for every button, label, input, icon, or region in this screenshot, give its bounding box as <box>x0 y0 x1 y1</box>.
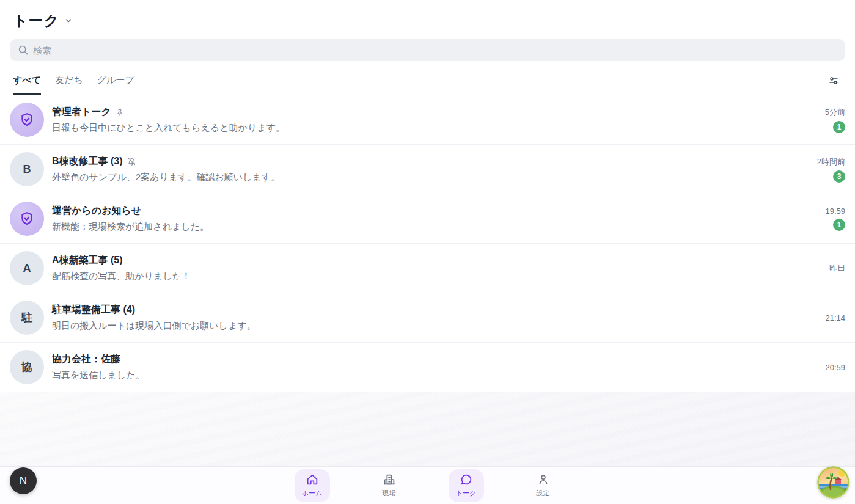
chat-row-main: 管理者トーク 日報も今日中にひとこと入れてもらえると助かります。 <box>52 106 818 134</box>
chat-title: 運営からのお知らせ <box>52 205 141 217</box>
avatar: B <box>10 152 44 186</box>
search-input[interactable] <box>10 39 845 61</box>
n-floating-button[interactable]: N <box>10 467 37 494</box>
pin-icon <box>116 108 124 117</box>
home-icon <box>306 473 319 486</box>
chat-title: 協力会社：佐藤 <box>52 353 120 366</box>
nav-item-talk[interactable]: トーク <box>449 469 484 502</box>
tab-friends[interactable]: 友だち <box>55 71 83 95</box>
avatar-letter: A <box>23 262 31 275</box>
chat-title: 管理者トーク <box>52 106 111 119</box>
chat-title: A棟新築工事 (5) <box>52 254 123 267</box>
chat-last-message: 外壁色のサンプル、2案あります。確認お願いします。 <box>52 172 810 183</box>
chat-filter-tabs: すべて 友だち グループ <box>0 71 855 95</box>
chat-title: 駐車場整備工事 (4) <box>52 304 135 316</box>
nav-item-home[interactable]: ホーム <box>295 469 330 502</box>
chat-time: 昨日 <box>829 263 845 274</box>
chat-row-main: 運営からのお知らせ 新機能：現場検索が追加されました。 <box>52 205 818 233</box>
building-icon <box>383 473 396 486</box>
chat-meta: 20:59 <box>825 363 845 372</box>
unread-badge: 3 <box>833 170 845 183</box>
nav-item-settings[interactable]: 設定 <box>526 469 561 502</box>
page-title: トーク <box>13 11 59 31</box>
chevron-down-icon <box>64 16 73 25</box>
nav-item-sites[interactable]: 現場 <box>372 469 407 502</box>
avatar: 協 <box>10 350 44 384</box>
avatar: 駐 <box>10 301 44 335</box>
chat-time: 2時間前 <box>817 156 845 167</box>
user-icon <box>537 473 550 486</box>
bell-off-icon <box>127 157 136 166</box>
chat-meta: 2時間前 3 <box>817 156 845 183</box>
chat-row-partner-sato[interactable]: 協 協力会社：佐藤 写真を送信しました。 20:59 <box>0 343 855 392</box>
chat-time: 20:59 <box>825 363 845 372</box>
search-bar <box>10 39 845 61</box>
chat-last-message: 新機能：現場検索が追加されました。 <box>52 221 818 233</box>
tab-groups[interactable]: グループ <box>97 71 134 95</box>
nav-label: 設定 <box>537 489 550 498</box>
avatar <box>10 202 44 236</box>
talk-title-dropdown[interactable]: トーク <box>13 11 840 31</box>
unread-badge: 1 <box>833 219 845 231</box>
empty-decorative-area <box>0 392 855 469</box>
chat-row-main: B棟改修工事 (3) 外壁色のサンプル、2案あります。確認お願いします。 <box>52 155 810 183</box>
unread-badge: 1 <box>833 121 845 133</box>
shield-check-icon <box>19 211 35 227</box>
shield-check-icon <box>19 112 35 128</box>
avatar-letter: 協 <box>21 360 32 374</box>
tropical-island-icon <box>817 466 849 499</box>
avatar: A <box>10 251 44 285</box>
nav-label: ホーム <box>302 489 323 498</box>
nav-label: 現場 <box>383 489 396 498</box>
chat-row-main: 協力会社：佐藤 写真を送信しました。 <box>52 353 818 381</box>
bottom-navigation: ホーム 現場 トーク 設定 <box>0 466 855 504</box>
chat-time: 21:14 <box>825 313 845 323</box>
search-icon <box>17 44 29 58</box>
nav-label: トーク <box>456 489 477 498</box>
chat-last-message: 日報も今日中にひとこと入れてもらえると助かります。 <box>52 122 818 134</box>
sliders-filter-button[interactable] <box>827 74 840 87</box>
chat-meta: 19:59 1 <box>825 206 845 231</box>
avatar-letter: B <box>23 163 31 176</box>
sliders-horizontal-icon <box>828 75 839 86</box>
chat-time: 19:59 <box>825 206 845 216</box>
chat-bubble-icon <box>460 473 473 486</box>
chat-row-announcements[interactable]: 運営からのお知らせ 新機能：現場検索が追加されました。 19:59 1 <box>0 194 855 244</box>
avatar-letter: 駐 <box>21 310 32 325</box>
chat-last-message: 写真を送信しました。 <box>52 370 818 381</box>
chat-row-admin[interactable]: 管理者トーク 日報も今日中にひとこと入れてもらえると助かります。 5分前 1 <box>0 95 855 145</box>
chat-row-b-renovation[interactable]: B B棟改修工事 (3) 外壁色のサンプル、2案あります。確認お願いします。 2… <box>0 145 855 194</box>
avatar <box>10 103 44 137</box>
chat-row-parking[interactable]: 駐 駐車場整備工事 (4) 明日の搬入ルートは現場入口側でお願いします。 21:… <box>0 293 855 343</box>
chat-meta: 昨日 <box>829 263 845 274</box>
chat-list: 管理者トーク 日報も今日中にひとこと入れてもらえると助かります。 5分前 1 B… <box>0 95 855 392</box>
chat-last-message: 配筋検査の写真、助かりました！ <box>52 271 822 282</box>
chat-row-a-construction[interactable]: A A棟新築工事 (5) 配筋検査の写真、助かりました！ 昨日 <box>0 244 855 293</box>
chat-row-main: A棟新築工事 (5) 配筋検査の写真、助かりました！ <box>52 254 822 282</box>
tab-all[interactable]: すべて <box>13 71 41 95</box>
chat-meta: 21:14 <box>825 313 845 323</box>
header: トーク <box>0 0 855 31</box>
chat-time: 5分前 <box>825 107 845 118</box>
chat-meta: 5分前 1 <box>825 107 845 133</box>
tropical-island-button[interactable] <box>817 466 849 499</box>
chat-row-main: 駐車場整備工事 (4) 明日の搬入ルートは現場入口側でお願いします。 <box>52 304 818 332</box>
chat-last-message: 明日の搬入ルートは現場入口側でお願いします。 <box>52 320 818 332</box>
n-fab-label: N <box>20 475 27 487</box>
chat-title: B棟改修工事 (3) <box>52 155 123 168</box>
